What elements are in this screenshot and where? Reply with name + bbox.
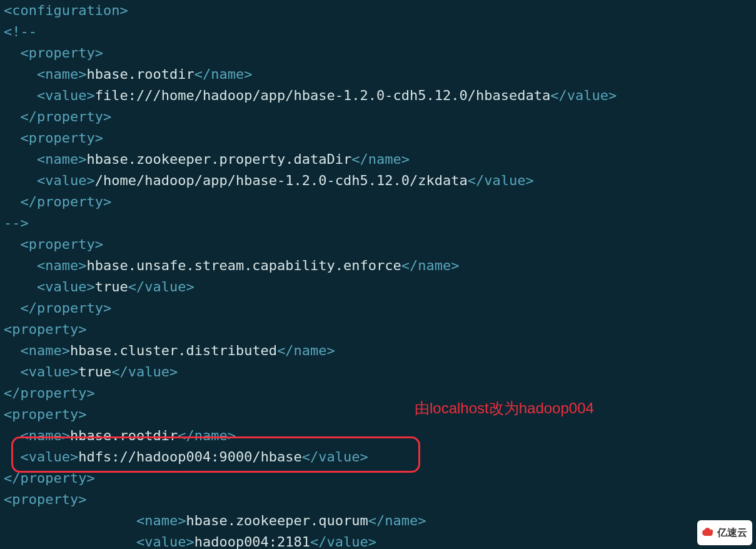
code-line: </property> bbox=[4, 383, 752, 404]
code-line: <!-- bbox=[4, 21, 752, 43]
code-line: <value>true</value> bbox=[4, 361, 752, 383]
code-line: <name>hbase.zookeeper.quorum</name> bbox=[4, 510, 752, 531]
brand-logo-text: 亿速云 bbox=[717, 522, 747, 543]
code-line: <value>true</value> bbox=[4, 276, 752, 298]
code-line: <configuration> bbox=[4, 0, 752, 21]
code-line: <property> bbox=[4, 128, 752, 149]
code-line: <property> bbox=[4, 489, 752, 510]
code-line: </property> bbox=[4, 191, 752, 213]
code-line: <name>hbase.unsafe.stream.capability.enf… bbox=[4, 255, 752, 276]
code-line: <name>hbase.zookeeper.property.dataDir</… bbox=[4, 149, 752, 170]
code-line: </property> bbox=[4, 298, 752, 319]
code-line: <name>hbase.cluster.distributed</name> bbox=[4, 340, 752, 361]
code-line: --> bbox=[4, 213, 752, 234]
code-line: <name>hbase.rootdir</name> bbox=[4, 64, 752, 85]
annotation-text: 由localhost改为hadoop004 bbox=[415, 398, 594, 419]
svg-point-0 bbox=[709, 530, 713, 533]
code-line: <name>hbase.rootdir</name> bbox=[4, 425, 752, 446]
code-line: <property> bbox=[4, 234, 752, 255]
code-line: <value>hdfs://hadoop004:9000/hbase</valu… bbox=[4, 446, 752, 468]
cloud-icon bbox=[701, 528, 715, 538]
code-line: <value>file:///home/hadoop/app/hbase-1.2… bbox=[4, 85, 752, 106]
code-line: <property> bbox=[4, 404, 752, 425]
code-line: <property> bbox=[4, 319, 752, 340]
code-line: <property> bbox=[4, 43, 752, 64]
code-line: <value>hadoop004:2181</value> bbox=[4, 531, 752, 549]
brand-logo: 亿速云 bbox=[697, 520, 752, 545]
code-line: </property> bbox=[4, 106, 752, 128]
xml-code-block: <configuration><!-- <property> <name>hba… bbox=[0, 0, 756, 549]
code-line: </property> bbox=[4, 468, 752, 489]
code-line: <value>/home/hadoop/app/hbase-1.2.0-cdh5… bbox=[4, 170, 752, 191]
